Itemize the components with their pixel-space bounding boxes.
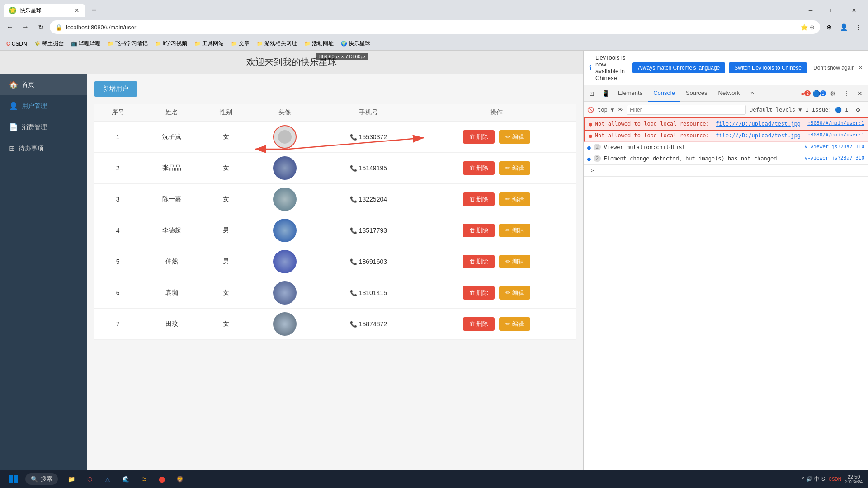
edit-button[interactable]: ✏ 编辑 [499,286,530,300]
bookmark-feishu[interactable]: 📁 飞书学习笔记 [105,39,151,48]
tab-network[interactable]: Network [713,85,745,102]
dont-show-again-link[interactable]: Don't show again [813,65,855,71]
error-file-link-1[interactable]: file:///D:/upload/test.jpg [716,121,801,127]
profile-btn[interactable]: 👤 [837,21,850,33]
window-controls: ─ □ ✕ [800,4,868,17]
tab-elements[interactable]: Elements [613,85,648,102]
notification-close-btn[interactable]: × [859,64,863,72]
cell-gender: 女 [202,277,250,309]
expand-arrow[interactable]: > [587,167,598,174]
edit-button[interactable]: ✏ 编辑 [499,317,530,331]
search-icon: 🔍 [31,476,38,483]
menu-btn[interactable]: ⋮ [852,21,864,33]
eye-btn[interactable]: 👁 [618,107,623,113]
issues-badge[interactable]: 🔵 1 [813,87,826,100]
bookmark-it[interactable]: 📁 it学习视频 [152,39,190,48]
taskbar-app-chrome[interactable]: ⬤ [154,471,170,487]
user-avatar [273,188,297,211]
tab-more[interactable]: » [745,85,759,102]
bookmark-happy[interactable]: 🌍 快乐星球 [338,39,373,48]
taskbar: 🔍 搜索 📁 ⬡ △ 🌊 🗂 ⬤ 🦁 ^ 🔊 中 S CSDN 22:50 20… [0,470,868,488]
minimize-btn[interactable]: ─ [800,4,821,17]
edit-button[interactable]: ✏ 编辑 [499,161,530,175]
close-btn[interactable]: ✕ [844,4,864,17]
edit-button[interactable]: ✏ 编辑 [499,130,530,144]
bookmark-juejin[interactable]: 🌾 稀土掘金 [32,39,66,48]
taskbar-app-git[interactable]: △ [99,471,116,487]
taskbar-app-explorer[interactable]: 🗂 [136,471,152,487]
console-error-row-1[interactable]: ● Not allowed to load local resource: fi… [584,118,868,130]
devtools-toolbar: ⊡ 📱 Elements Console Sources Network » ●… [584,85,868,102]
issues-count: 1 [820,90,826,96]
edit-button[interactable]: ✏ 编辑 [499,255,530,268]
console-error-row-2[interactable]: ● Not allowed to load local resource: fi… [584,130,868,142]
error-badge[interactable]: ● 2 [799,87,812,100]
top-context-btn[interactable]: top ▼ [598,107,614,113]
active-tab[interactable]: 🌟 快乐星球 ✕ [4,4,85,17]
bookmark-articles[interactable]: 📁 文章 [228,39,252,48]
inspect-element-btn[interactable]: ⊡ [585,87,598,100]
bookmark-csdn[interactable]: C CSDN [4,40,30,48]
tab-sources[interactable]: Sources [680,85,713,102]
maximize-btn[interactable]: □ [822,4,843,17]
taskbar-app-files[interactable]: 📁 [63,471,80,487]
add-user-button[interactable]: 新增用户 [94,81,137,97]
console-info-source-2[interactable]: v-viewer.js?28a7:310 [805,155,864,161]
url-bar[interactable]: 🔒 localhost:8080/#/main/user ⭐ ⊕ [50,20,820,34]
close-devtools-btn[interactable]: ✕ [854,87,866,100]
sidebar-item-home[interactable]: 🏠 首页 [0,74,87,95]
bookmark-games[interactable]: 📁 游戏相关网址 [254,39,300,48]
new-tab-btn[interactable]: + [88,4,100,17]
delete-button[interactable]: 🗑 删除 [463,286,495,300]
taskbar-csdn: CSDN [829,477,841,482]
search-label: 搜索 [41,475,52,483]
table-row: 1 沈子岚 女 [94,122,576,153]
clear-console-btn[interactable]: 🚫 [587,107,594,113]
sidebar-item-users[interactable]: 👤 用户管理 [0,95,87,117]
sidebar-item-consume[interactable]: 📄 消费管理 [0,117,87,138]
match-language-btn[interactable]: Always match Chrome's language [632,62,725,73]
console-source-2[interactable]: :8080/#/main/user:1 [807,132,864,138]
settings-btn[interactable]: ⚙ [826,87,839,100]
console-filter-input[interactable] [627,105,746,115]
delete-button[interactable]: 🗑 删除 [463,192,495,206]
start-btn[interactable] [5,471,22,487]
more-options-btn[interactable]: ⋮ [840,87,853,100]
delete-button[interactable]: 🗑 删除 [463,224,495,237]
tab-bar: 🌟 快乐星球 ✕ + ─ □ ✕ [0,0,868,17]
delete-button[interactable]: 🗑 删除 [463,161,495,175]
bookmark-tools[interactable]: 📁 工具网站 [192,39,226,48]
error-file-link-2[interactable]: file:///D:/upload/test.jpg [716,132,801,139]
user-avatar [273,312,297,336]
console-info-source-1[interactable]: v-viewer.js?28a7:310 [805,144,864,150]
back-btn[interactable]: ← [4,21,16,33]
delete-button[interactable]: 🗑 删除 [463,130,495,144]
tab-console[interactable]: Console [648,85,680,102]
switch-chinese-btn[interactable]: Switch DevTools to Chinese [729,62,807,73]
delete-button[interactable]: 🗑 删除 [463,317,495,331]
console-source-1[interactable]: :8080/#/main/user:1 [807,120,864,126]
console-settings-btn[interactable]: ⚙ [852,103,864,116]
bookmark-bilibili[interactable]: 📺 哔哩哔哩 [68,39,103,48]
table-row: 6 袁珈 女 [94,277,576,309]
default-levels-btn[interactable]: Default levels ▼ [750,107,802,113]
extensions-btn[interactable]: ⊕ [823,21,835,33]
tab-close-btn[interactable]: ✕ [74,7,80,14]
edit-button[interactable]: ✏ 编辑 [499,192,530,206]
taskbar-app-brave[interactable]: 🦁 [172,471,188,487]
taskbar-search[interactable]: 🔍 搜索 [25,473,58,485]
device-toolbar-btn[interactable]: 📱 [599,87,612,100]
sidebar-item-todo[interactable]: ⊞ 待办事项 [0,138,87,159]
forward-btn[interactable]: → [19,21,32,33]
cell-phone: 📞 18691603 [320,246,417,277]
bookmark-events[interactable]: 📁 活动网址 [302,39,336,48]
refresh-btn[interactable]: ↻ [34,21,47,33]
taskbar-app-intellij[interactable]: ⬡ [81,471,98,487]
count-badge-1: 2 [594,144,601,150]
cell-phone: 📞 13517793 [320,215,417,246]
edit-button[interactable]: ✏ 编辑 [499,224,530,237]
delete-button[interactable]: 🗑 删除 [463,255,495,268]
console-expand-row[interactable]: > [584,165,868,177]
taskbar-app-browser2[interactable]: 🌊 [118,471,134,487]
console-info-msg-1: Viewer mutation:childList [604,144,802,151]
